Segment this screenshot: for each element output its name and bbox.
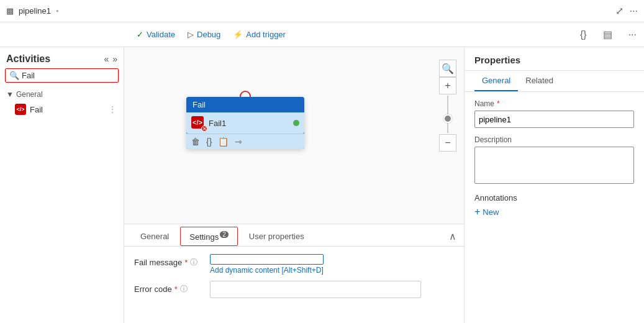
expand-icon[interactable]: ⤢ (615, 5, 624, 17)
toolbar-more-icon[interactable]: ··· (628, 29, 637, 40)
properties-title: Properties (465, 47, 644, 71)
activity-fail-item[interactable]: </> Fail ⋮ (0, 101, 124, 117)
code-view-icon[interactable]: {} (580, 29, 587, 40)
settings-badge: 2 (220, 231, 229, 238)
name-field-label: Name * (474, 99, 634, 108)
tab-general[interactable]: General (132, 227, 178, 246)
activity-item-left: </> Fail (15, 104, 43, 115)
top-bar-left: ▩ pipeline1 ● (6, 6, 59, 16)
bottom-content: Fail message * ⓘ Add dynamic content [Al… (124, 247, 464, 312)
zoom-slider-thumb[interactable] (443, 114, 452, 123)
description-field-label: Description (474, 135, 634, 144)
monitor-icon[interactable]: ▤ (603, 29, 612, 40)
activity-node-fail[interactable]: Fail </> ✕ Fail1 🗑 {} (186, 97, 304, 149)
node-link-icon[interactable]: ⇾ (235, 137, 242, 147)
zoom-search-button[interactable]: 🔍 (439, 60, 456, 77)
node-header: Fail (186, 97, 304, 112)
debug-icon: ▷ (188, 30, 194, 39)
activity-fail-label: Fail (30, 105, 43, 114)
node-activity-row: </> ✕ Fail1 (191, 116, 226, 130)
rtab-general[interactable]: General (474, 71, 518, 91)
right-panel: Properties General Related Name * Descri… (464, 47, 644, 323)
error-code-input[interactable] (210, 281, 421, 298)
main-layout: Activities « » 🔍 ▼ General </> Fail ⋮ (0, 47, 644, 323)
pipeline-title: pipeline1 (19, 6, 51, 16)
collapse-left-icon[interactable]: « (104, 54, 109, 64)
zoom-slider-track (447, 96, 448, 133)
toolbar: ✓ Validate ▷ Debug ⚡ Add trigger {} ▤ ··… (0, 22, 644, 47)
rtab-related[interactable]: Related (518, 71, 561, 91)
category-general[interactable]: ▼ General (0, 88, 124, 101)
fail-activity-icon: </> (15, 104, 26, 115)
name-field-input[interactable] (474, 111, 634, 128)
activity-more-icon[interactable]: ⋮ (108, 104, 117, 114)
node-bottom-toolbar: 🗑 {} 📋 ⇾ (186, 134, 304, 149)
description-field-textarea[interactable] (474, 147, 634, 184)
add-trigger-button[interactable]: ⚡ Add trigger (233, 30, 286, 39)
tab-user-properties[interactable]: User properties (240, 227, 313, 246)
right-tabs: General Related (465, 71, 644, 92)
node-code-icon[interactable]: {} (206, 137, 212, 147)
search-input[interactable] (22, 71, 114, 80)
bottom-panel: General Settings2 User properties ∧ Fail… (124, 224, 464, 323)
canvas-inner: Fail </> ✕ Fail1 🗑 {} (124, 47, 464, 323)
node-fail-icon: </> ✕ (191, 116, 205, 130)
sidebar: Activities « » 🔍 ▼ General </> Fail ⋮ (0, 47, 124, 323)
search-box: 🔍 (5, 68, 119, 83)
sidebar-header: Activities « » (0, 47, 124, 68)
fail-message-row: Fail message * ⓘ Add dynamic content [Al… (134, 254, 454, 275)
sidebar-header-icons: « » (104, 54, 117, 64)
add-icon: + (474, 206, 480, 217)
error-code-info-icon[interactable]: ⓘ (180, 284, 188, 294)
validate-button[interactable]: ✓ Validate (137, 30, 175, 39)
node-success-indicator (293, 120, 299, 126)
validate-icon: ✓ (137, 30, 143, 39)
canvas-area[interactable]: Fail </> ✕ Fail1 🗑 {} (124, 47, 464, 323)
zoom-out-button[interactable]: − (439, 134, 456, 152)
pipeline-icon: ▩ (6, 6, 14, 16)
node-body: </> ✕ Fail1 (186, 112, 304, 134)
top-bar: ▩ pipeline1 ● ⤢ ··· (0, 0, 644, 22)
zoom-in-button[interactable]: + (439, 77, 456, 94)
add-trigger-icon: ⚡ (233, 30, 243, 39)
pipeline-dot: ● (56, 8, 59, 14)
fail-message-info-icon[interactable]: ⓘ (190, 257, 197, 268)
fail-message-input[interactable] (210, 254, 324, 265)
debug-button[interactable]: ▷ Debug (188, 30, 220, 39)
error-code-label: Error code * ⓘ (134, 281, 202, 294)
sidebar-title: Activities (6, 53, 50, 65)
bottom-tabs-left: General Settings2 User properties (132, 227, 313, 246)
fail-message-label: Fail message * ⓘ (134, 254, 202, 268)
error-code-row: Error code * ⓘ (134, 281, 454, 298)
node-delete-icon[interactable]: 🗑 (191, 137, 200, 147)
tab-settings[interactable]: Settings2 (180, 227, 238, 246)
category-label: General (16, 90, 43, 99)
add-new-annotation-button[interactable]: + New (474, 206, 499, 217)
annotations-label: Annotations (474, 193, 634, 202)
category-arrow: ▼ (6, 90, 14, 99)
zoom-controls: 🔍 + − (439, 60, 456, 152)
collapse-right-icon[interactable]: » (112, 54, 117, 64)
fail-message-input-group: Add dynamic content [Alt+Shift+D] (210, 254, 324, 275)
search-icon: 🔍 (9, 71, 19, 80)
more-options-icon[interactable]: ··· (630, 6, 638, 17)
node-copy-icon[interactable]: 📋 (218, 137, 229, 147)
dynamic-content-link[interactable]: Add dynamic content [Alt+Shift+D] (210, 266, 324, 275)
bottom-tabs: General Settings2 User properties ∧ (124, 224, 464, 247)
properties-content: Name * Description Annotations + New (465, 92, 644, 323)
top-bar-right: ⤢ ··· (615, 5, 638, 17)
node-container: Fail </> ✕ Fail1 🗑 {} (186, 97, 304, 149)
bottom-collapse-icon[interactable]: ∧ (449, 230, 456, 242)
node-activity-label: Fail1 (209, 119, 226, 128)
